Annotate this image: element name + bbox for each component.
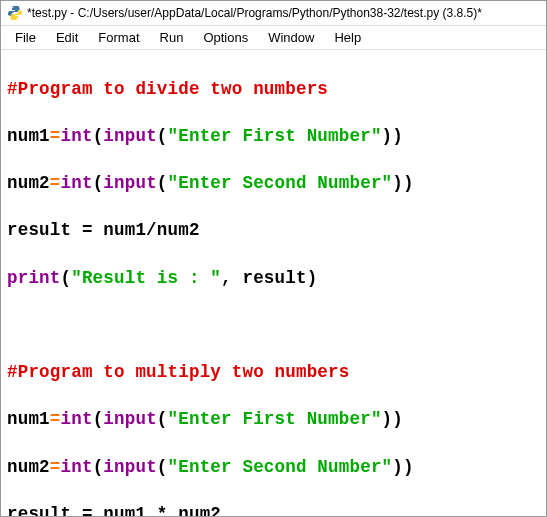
- comment: #Program to multiply two numbers: [7, 362, 349, 382]
- menu-window[interactable]: Window: [258, 28, 324, 47]
- code-line: result = num1 * num2: [7, 503, 540, 517]
- svg-point-1: [16, 18, 17, 19]
- menubar: File Edit Format Run Options Window Help: [1, 26, 546, 50]
- code-line: num1=int(input("Enter First Number")): [7, 125, 540, 149]
- menu-run[interactable]: Run: [150, 28, 194, 47]
- window-titlebar: *test.py - C:/Users/user/AppData/Local/P…: [1, 1, 546, 26]
- code-line: num2=int(input("Enter Second Number")): [7, 456, 540, 480]
- menu-format[interactable]: Format: [88, 28, 149, 47]
- code-editor[interactable]: #Program to divide two numbers num1=int(…: [1, 50, 546, 517]
- window-title: *test.py - C:/Users/user/AppData/Local/P…: [27, 6, 482, 20]
- menu-help[interactable]: Help: [324, 28, 371, 47]
- code-line: print("Result is : ", result): [7, 267, 540, 291]
- blank-line: [7, 314, 540, 338]
- code-line: #Program to multiply two numbers: [7, 361, 540, 385]
- svg-point-0: [12, 7, 13, 8]
- code-line: #Program to divide two numbers: [7, 78, 540, 102]
- code-line: num2=int(input("Enter Second Number")): [7, 172, 540, 196]
- comment: #Program to divide two numbers: [7, 79, 328, 99]
- menu-edit[interactable]: Edit: [46, 28, 88, 47]
- menu-file[interactable]: File: [5, 28, 46, 47]
- code-line: num1=int(input("Enter First Number")): [7, 408, 540, 432]
- menu-options[interactable]: Options: [193, 28, 258, 47]
- code-line: result = num1/num2: [7, 219, 540, 243]
- python-icon: [7, 5, 23, 21]
